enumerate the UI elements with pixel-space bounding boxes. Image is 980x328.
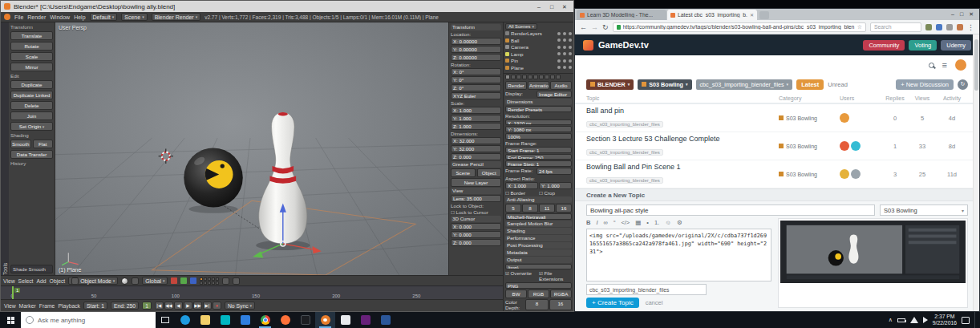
scale-y-field[interactable]: Y: 1.000 [451, 115, 501, 122]
taskbar-store[interactable] [215, 312, 235, 328]
extension-icon[interactable] [936, 24, 942, 30]
rotation-z-field[interactable]: Z: 0° [451, 84, 501, 91]
resolution-y-field[interactable]: Y: 1080 px [505, 126, 572, 132]
aa-filter-select[interactable]: Mitchell-Netravali [505, 213, 572, 220]
shading-panel-header[interactable]: Shading [505, 228, 572, 234]
show-desktop-button[interactable] [974, 312, 978, 328]
join-button[interactable]: Join [10, 111, 53, 120]
manipulator-translate-icon[interactable] [171, 277, 177, 284]
column-views[interactable]: Views [909, 95, 936, 101]
topic-activity[interactable]: 8d [936, 143, 968, 150]
create-topic-button[interactable]: + Create Topic [586, 298, 639, 308]
browser-tab-1[interactable]: Learn 3D Modelling - The... [577, 10, 666, 20]
object-menu[interactable]: Object [50, 278, 66, 284]
new-layer-button[interactable]: New Layer [451, 178, 501, 187]
viewport-shading-icon[interactable] [121, 277, 128, 285]
bold-icon[interactable]: B [586, 219, 590, 226]
viewport-3d[interactable]: User Persp (1) Plane [55, 22, 448, 275]
frame-rate-select[interactable]: 24 fps [537, 168, 572, 175]
data-transfer-button[interactable]: Data Transfer [10, 150, 53, 159]
column-activity[interactable]: Activity [936, 95, 968, 101]
properties-tabs[interactable] [505, 75, 572, 79]
extension-icon[interactable] [925, 24, 932, 30]
antialiasing-panel-header[interactable]: Anti-Aliasing [505, 196, 572, 203]
rotate-button[interactable]: Rotate [10, 42, 53, 51]
current-frame-field[interactable]: 1 [142, 302, 152, 310]
play-button[interactable]: ▶ [184, 302, 192, 310]
browser-tab-2-active[interactable]: Latest cbc_s03_importing_b... ✕ [667, 10, 757, 20]
next-keyframe-button[interactable]: ▶▶ [193, 302, 202, 310]
lock-to-cursor-checkbox[interactable]: Lock to Cursor [451, 209, 501, 215]
rgb-button[interactable]: RGB [528, 290, 549, 298]
topic-row[interactable]: Ball and pin cbc_s03_importing_blender_f… [575, 104, 979, 132]
dimensions-y-field[interactable]: Y: 32.000 [451, 145, 501, 152]
jump-to-start-button[interactable]: |◀ [155, 302, 164, 310]
avatar[interactable] [851, 141, 861, 151]
object-tab-icon[interactable] [528, 75, 533, 79]
duplicate-button[interactable]: Duplicate [10, 80, 53, 89]
minimize-button[interactable]: – [951, 11, 954, 18]
visibility-toggle-icon[interactable] [557, 66, 561, 69]
tag-input[interactable]: cbc_s03_importing_blender_files [586, 284, 707, 295]
community-button[interactable]: Community [863, 40, 905, 51]
cursor-panel-header[interactable]: 3D Cursor [451, 216, 501, 222]
subcategory-chip[interactable]: S03 Bowling▾ [638, 79, 691, 90]
render-toggle-icon[interactable] [569, 59, 572, 63]
code-icon[interactable]: </> [621, 219, 630, 226]
cursor-y-field[interactable]: Y: 0.000 [451, 231, 501, 238]
location-x-field[interactable]: X: 0.00000 [451, 38, 501, 45]
rotation-x-field[interactable]: X: 0° [451, 68, 501, 75]
grease-scene-button[interactable]: Scene [451, 168, 476, 177]
aa-samples-5-button[interactable]: 5 [505, 204, 521, 213]
timeline-marker-menu[interactable]: Marker [19, 303, 36, 309]
forward-button[interactable]: → [591, 23, 598, 31]
topic-tag[interactable]: cbc_s03_importing_blender_files [586, 149, 663, 156]
frame-start-field[interactable]: Start: 1 [83, 302, 107, 310]
rgba-button[interactable]: RGBA [550, 290, 572, 298]
taskbar-photos[interactable] [235, 312, 255, 328]
aa-samples-8-button[interactable]: 8 [522, 204, 538, 213]
orientation-select[interactable]: Global [142, 277, 168, 285]
aspect-x-field[interactable]: X: 1.000 [505, 182, 538, 189]
play-reverse-button[interactable]: ◀ [174, 302, 183, 310]
render-toggle-icon[interactable] [569, 38, 572, 42]
taskbar-clock[interactable]: 2:37 PM 9/22/2016 [933, 314, 957, 327]
mode-select[interactable]: Object Mode [68, 277, 118, 285]
back-button[interactable]: ← [580, 23, 587, 31]
bw-button[interactable]: BW [505, 290, 527, 298]
avatar[interactable] [851, 169, 861, 179]
close-button[interactable]: ✕ [969, 11, 974, 18]
modifiers-tab-icon[interactable] [539, 75, 544, 79]
render-button[interactable]: Render [505, 81, 527, 90]
close-button[interactable]: ✕ [559, 2, 570, 12]
layers-tab-icon[interactable] [511, 75, 516, 79]
taskbar-file-explorer[interactable] [195, 312, 215, 328]
visibility-toggle-icon[interactable] [557, 46, 561, 49]
cortana-search-input[interactable]: Ask me anything [21, 312, 156, 328]
new-tab-button[interactable] [759, 11, 769, 19]
topic-title[interactable]: Ball and pin [586, 107, 779, 115]
filter-unread[interactable]: Unread [828, 81, 848, 88]
render-engine-select[interactable]: Blender Render [152, 13, 201, 21]
hamburger-icon[interactable]: ≡ [942, 61, 947, 70]
duplicate-linked-button[interactable]: Duplicate Linked [10, 91, 53, 99]
select-menu[interactable]: Select [18, 278, 34, 284]
dimensions-z-field[interactable]: Z: 0.000 [451, 153, 501, 160]
render-presets-select[interactable]: Render Presets [505, 106, 572, 112]
frame-step-field[interactable]: Frame Step: 1 [505, 160, 572, 167]
location-z-field[interactable]: Z: 0.00000 [451, 54, 501, 61]
sync-mode-select[interactable]: No Sync [225, 302, 255, 310]
topic-tag[interactable]: cbc_s03_importing_blender_files [586, 177, 663, 184]
dimensions-panel-header[interactable]: Dimensions [505, 99, 572, 105]
current-frame-marker[interactable] [12, 286, 14, 299]
aa-samples-16-button[interactable]: 16 [556, 204, 572, 213]
aa-samples-11-button[interactable]: 11 [539, 204, 555, 213]
visibility-toggle-icon[interactable] [557, 38, 561, 42]
avatar[interactable] [840, 141, 849, 151]
resolution-x-field[interactable]: X: 1920 px [505, 119, 572, 126]
tray-expand-icon[interactable]: ∧ [889, 317, 893, 323]
output-path-field[interactable]: /tmp\ [505, 264, 572, 270]
outliner-scope-select[interactable]: All Scenes [505, 23, 537, 30]
select-toggle-icon[interactable] [563, 52, 566, 55]
transform-panel-header[interactable]: Transform [451, 24, 501, 30]
